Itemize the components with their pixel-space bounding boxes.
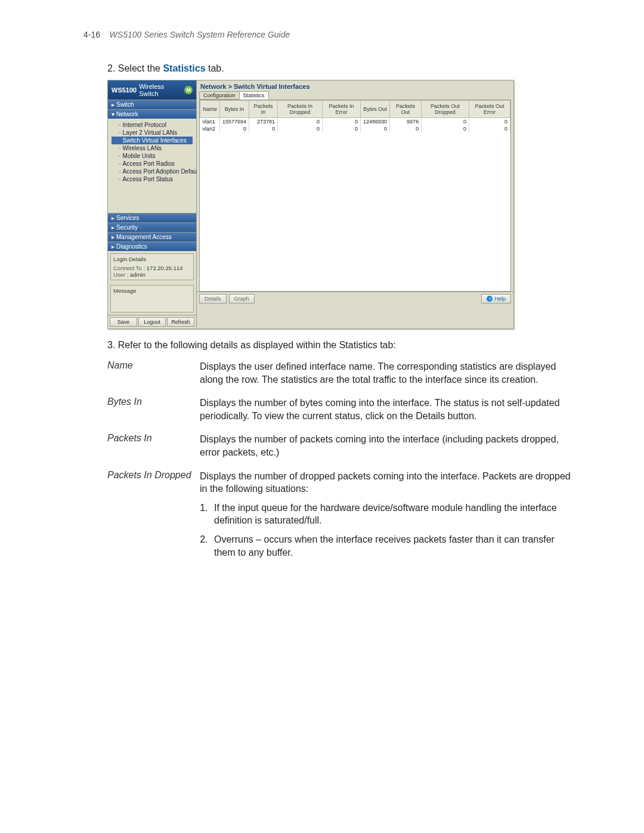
- def-term: Name: [107, 360, 200, 386]
- user-value: admin: [130, 271, 145, 278]
- connect-to-value: 172.20.25.114: [147, 265, 183, 271]
- page-icon: ▫: [119, 137, 121, 144]
- help-icon: ?: [487, 296, 493, 302]
- stats-table-wrap: Name Bytes In Packets In Packets In Drop…: [199, 100, 511, 292]
- def-desc: Displays the number of bytes coming into…: [200, 397, 572, 422]
- table-row[interactable]: vlan2 0 0 0 0 0 0 0 0: [200, 125, 510, 132]
- brand-name: WS5100: [112, 86, 137, 94]
- tab-configuration[interactable]: Configuration: [199, 91, 240, 100]
- def-desc: Displays the number of dropped packets c…: [200, 470, 572, 565]
- tree-item[interactable]: ▫Mobile Units: [112, 152, 193, 160]
- page-number: 4-16: [83, 30, 100, 39]
- list-item: If the input queue for the hardware devi…: [210, 501, 572, 527]
- message-label: Message: [113, 287, 137, 294]
- tree-item[interactable]: ▫Access Port Radios: [112, 160, 193, 168]
- col-packets-out-error[interactable]: Packets Out Error: [469, 101, 510, 118]
- col-packets-out[interactable]: Packets Out: [390, 101, 422, 118]
- logout-button[interactable]: Logout: [138, 317, 166, 327]
- list-item: Overruns – occurs when the interface rec…: [210, 533, 572, 559]
- message-box: Message: [110, 285, 194, 312]
- col-packets-in-error[interactable]: Packets In Error: [323, 101, 361, 118]
- step-3: 3. Refer to the following details as dis…: [107, 340, 572, 351]
- table-row[interactable]: vlan1 15577694 273781 0 0 12486930 9976 …: [200, 118, 510, 126]
- def-term: Packets In Dropped: [107, 470, 200, 565]
- nav-section-security[interactable]: ▸Security: [108, 222, 196, 232]
- col-bytes-in[interactable]: Bytes In: [220, 101, 249, 118]
- def-row: Packets In Dropped Displays the number o…: [107, 470, 572, 565]
- breadcrumb: Network > Switch Virtual Interfaces: [197, 80, 513, 91]
- tabs: Configuration Statistics: [197, 91, 513, 100]
- page-icon: ▫: [119, 145, 121, 151]
- app-window: WS5100 Wireless Switch M ▸Switch ▾Networ…: [107, 80, 514, 329]
- tree-item[interactable]: ▫Layer 2 Virtual LANs: [112, 129, 193, 137]
- tab-statistics[interactable]: Statistics: [239, 91, 269, 100]
- running-header: 4-16 WS5100 Series Switch System Referen…: [83, 30, 572, 39]
- col-bytes-out[interactable]: Bytes Out: [361, 101, 390, 118]
- tree-item[interactable]: ▫Wireless LANs: [112, 144, 193, 152]
- def-row: Bytes In Displays the number of bytes co…: [107, 397, 572, 422]
- def-desc: Displays the user defined interface name…: [200, 360, 572, 386]
- step-2: 2. Select the Statistics tab.: [107, 63, 572, 74]
- tree-item-selected[interactable]: ▫Switch Virtual Interfaces: [112, 137, 193, 144]
- details-button[interactable]: Details: [199, 294, 227, 304]
- tree-item[interactable]: ▫Internet Protocol: [112, 121, 193, 129]
- def-term: Bytes In: [107, 397, 200, 422]
- doc-title: WS5100 Series Switch System Reference Gu…: [110, 30, 290, 39]
- refresh-button[interactable]: Refresh: [167, 317, 194, 327]
- def-desc: Displays the number of packets coming in…: [200, 433, 572, 459]
- brand-bar: WS5100 Wireless Switch M: [108, 80, 196, 100]
- brand-sub: Wireless Switch: [139, 83, 184, 97]
- col-name[interactable]: Name: [200, 101, 220, 118]
- col-packets-in[interactable]: Packets In: [249, 101, 278, 118]
- sidebar: WS5100 Wireless Switch M ▸Switch ▾Networ…: [108, 80, 197, 329]
- nav-section-management[interactable]: ▸Management Access: [108, 232, 196, 241]
- stats-table: Name Bytes In Packets In Packets In Drop…: [200, 100, 510, 132]
- nav-section-switch[interactable]: ▸Switch: [108, 100, 196, 109]
- nav-section-diagnostics[interactable]: ▸Diagnostics: [108, 241, 196, 251]
- def-row: Packets In Displays the number of packet…: [107, 433, 572, 459]
- definition-list: Name Displays the user defined interface…: [107, 360, 572, 565]
- def-row: Name Displays the user defined interface…: [107, 360, 572, 386]
- page-icon: ▫: [119, 176, 121, 182]
- page-icon: ▫: [119, 122, 121, 128]
- save-button[interactable]: Save: [110, 317, 137, 327]
- help-button[interactable]: ? Help: [481, 294, 511, 304]
- graph-button[interactable]: Graph: [229, 294, 255, 304]
- tree-item[interactable]: ▫Access Port Status: [112, 175, 193, 183]
- login-legend: Login Details: [113, 256, 191, 262]
- def-term: Packets In: [107, 433, 200, 459]
- login-details-box: Login Details Connect To : 172.20.25.114…: [110, 253, 194, 280]
- brand-logo-icon: M: [184, 86, 193, 94]
- page-icon: ▫: [119, 168, 121, 175]
- page-icon: ▫: [119, 153, 121, 159]
- nav-section-network[interactable]: ▾Network: [108, 109, 196, 119]
- user-label: User :: [113, 271, 128, 278]
- page-icon: ▫: [119, 160, 121, 167]
- col-packets-in-dropped[interactable]: Packets In Dropped: [278, 101, 323, 118]
- nav-tree: ▫Internet Protocol ▫Layer 2 Virtual LANs…: [108, 119, 196, 213]
- col-packets-out-dropped[interactable]: Packets Out Dropped: [422, 101, 469, 118]
- bottom-bar: Details Graph ? Help: [197, 292, 513, 305]
- nav-section-services[interactable]: ▸Services: [108, 213, 196, 222]
- tree-item[interactable]: ▫Access Port Adoption Defaults: [112, 168, 193, 175]
- connect-to-label: Connect To :: [113, 265, 145, 271]
- page-icon: ▫: [119, 129, 121, 136]
- main-panel: Network > Switch Virtual Interfaces Conf…: [197, 80, 513, 329]
